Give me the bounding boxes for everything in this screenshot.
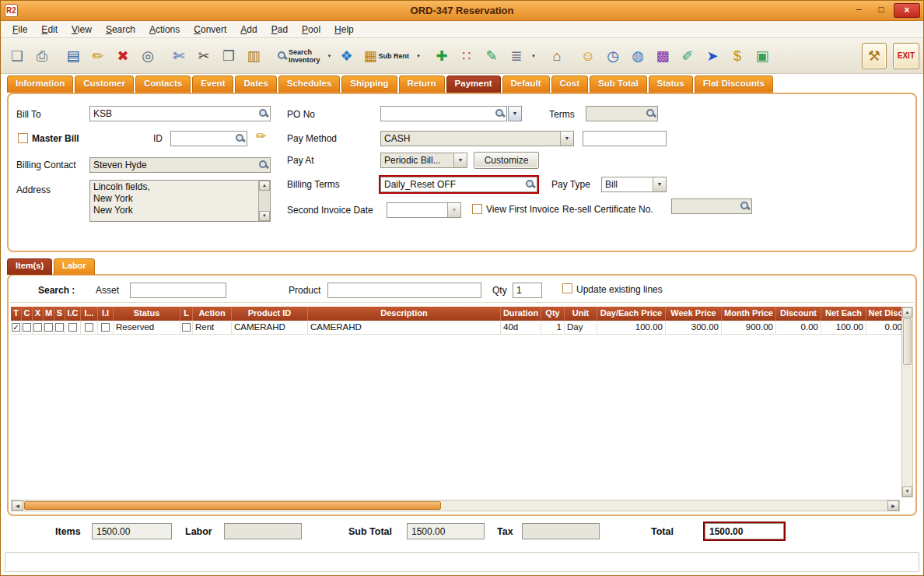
menu-view[interactable]: View [65,23,99,37]
billing-contact-input[interactable] [89,157,271,173]
chevron-down-icon[interactable]: ▼ [447,203,460,217]
tab-shipping[interactable]: Shipping [341,76,397,93]
assembly-button[interactable]: ❖ [334,43,359,69]
col-m[interactable]: M [44,307,54,321]
horizontal-scrollbar[interactable]: ◀ ▶ [11,500,900,511]
tab-default[interactable]: Default [502,76,550,93]
col-month-price[interactable]: Month Price [722,307,776,321]
close-button[interactable]: × [894,3,920,18]
scroll-up-icon[interactable]: ▲ [902,307,912,318]
batch-print-button[interactable]: ⌂ [544,43,569,69]
scroll-up-icon[interactable]: ▲ [259,181,270,191]
row-checkbox[interactable] [23,323,31,332]
pay-method-combo[interactable]: CASH ▼ [380,131,574,146]
tab-return[interactable]: Return [399,76,445,93]
tax-input[interactable] [522,523,600,539]
add-line-button[interactable]: ✚ [429,43,454,69]
feedback-button[interactable]: ☺ [576,43,600,69]
menu-add[interactable]: Add [233,23,264,37]
cell-s[interactable] [54,321,65,334]
transfer-button[interactable]: ➤ [700,43,725,69]
bill-to-input[interactable] [89,106,271,121]
row-checkbox[interactable] [182,323,191,332]
col-unit[interactable]: Unit [565,307,597,321]
search-icon[interactable] [258,108,268,118]
cell-net-disc[interactable]: 0.00 [866,321,905,334]
cube-button[interactable]: ▩ [650,43,675,69]
menu-edit[interactable]: Edit [34,23,65,37]
col-discount[interactable]: Discount [776,307,821,321]
col-i[interactable]: I... [81,307,98,321]
menu-actions[interactable]: Actions [142,23,187,37]
tab-contacts[interactable]: Contacts [135,76,191,93]
sub-rent-button[interactable]: ▦Sub Rent [359,43,415,69]
pay-at-combo[interactable]: Periodic Bill... ▼ [380,153,467,168]
col-day-each-price[interactable]: Day/Each Price [597,307,666,321]
second-invoice-date-combo[interactable]: ▼ [387,202,461,218]
col-i-i[interactable]: I.I [98,307,114,321]
row-checkbox[interactable] [68,323,77,332]
edit-id-icon[interactable]: ✏ [256,130,266,142]
col-week-price[interactable]: Week Price [666,307,722,321]
copy-button[interactable]: ❐ [216,43,241,69]
col-duration[interactable]: Duration [501,307,541,321]
history-button[interactable]: ◷ [600,43,625,69]
pool-button[interactable]: ∷ [454,43,479,69]
chevron-down-icon[interactable]: ▼ [453,153,467,167]
cell-i-i[interactable] [98,321,114,334]
search-icon[interactable] [525,179,535,189]
menu-pad[interactable]: Pad [264,23,295,37]
search-icon[interactable] [235,133,245,143]
asset-input[interactable] [130,283,226,298]
col-c[interactable]: C [22,307,33,321]
paste-button[interactable]: ▥ [241,43,266,69]
edit-notes-button[interactable]: ✐ [675,43,700,69]
items-total-input[interactable] [92,523,172,539]
tab-dates[interactable]: Dates [235,76,276,93]
cell-description[interactable]: CAMERAHD [308,321,501,334]
save-button[interactable]: ▤ [61,43,86,69]
cell-c[interactable] [22,321,33,334]
minimize-button[interactable]: – [849,3,869,18]
new-document-button[interactable]: ❏ [5,43,30,69]
items-tab-labor[interactable]: Labor [54,258,95,275]
blocks-button[interactable]: ▣ [750,43,775,69]
row-checkbox[interactable] [101,323,110,332]
search-inventory-dropdown[interactable]: ▼ [325,43,334,69]
copies-dropdown[interactable]: ▼ [529,43,538,69]
tab-schedules[interactable]: Schedules [278,76,341,93]
search-icon[interactable] [258,160,268,170]
sub-rent-dropdown[interactable]: ▼ [414,43,423,69]
cell-m[interactable] [44,321,54,334]
notes-button[interactable]: ✎ [479,43,504,69]
pay-type-combo[interactable]: Bill ▼ [601,177,667,192]
grand-total-input[interactable] [705,523,784,539]
cut-document-button[interactable]: ✄ [166,43,191,69]
pay-method-extra-input[interactable] [583,131,667,146]
cell-status[interactable]: Reserved [114,321,180,334]
scroll-down-icon[interactable]: ▼ [902,486,912,497]
currency-button[interactable]: $ [725,43,750,69]
cell-product-id[interactable]: CAMERAHD [232,321,308,334]
search-inventory-button[interactable]: Search Inventory [272,43,325,69]
cell-t[interactable] [11,321,22,334]
tab-customer[interactable]: Customer [75,76,134,93]
tab-sub-total[interactable]: Sub Total [590,76,647,93]
chevron-down-icon[interactable]: ▼ [653,177,666,191]
cell-discount[interactable]: 0.00 [776,321,821,334]
maximize-button[interactable]: □ [871,3,891,18]
po-no-dropdown[interactable]: ▼ [508,106,522,121]
table-row[interactable]: ReservedRentCAMERAHDCAMERAHD40d1Day100.0… [11,321,905,335]
tab-flat-discounts[interactable]: Flat Discounts [695,76,773,93]
menu-pool[interactable]: Pool [295,23,327,37]
search-icon[interactable] [495,108,505,118]
qty-input[interactable] [513,283,542,298]
menu-search[interactable]: Search [99,23,142,37]
col-status[interactable]: Status [114,307,180,321]
vertical-scrollbar[interactable]: ▲ ▼ [901,307,913,497]
cell-month-price[interactable]: 900.00 [722,321,776,334]
vertical-scroll-thumb[interactable] [903,318,912,365]
tab-payment[interactable]: Payment [446,76,501,93]
labor-total-input[interactable] [224,523,302,539]
cell-i-c[interactable] [65,321,81,334]
